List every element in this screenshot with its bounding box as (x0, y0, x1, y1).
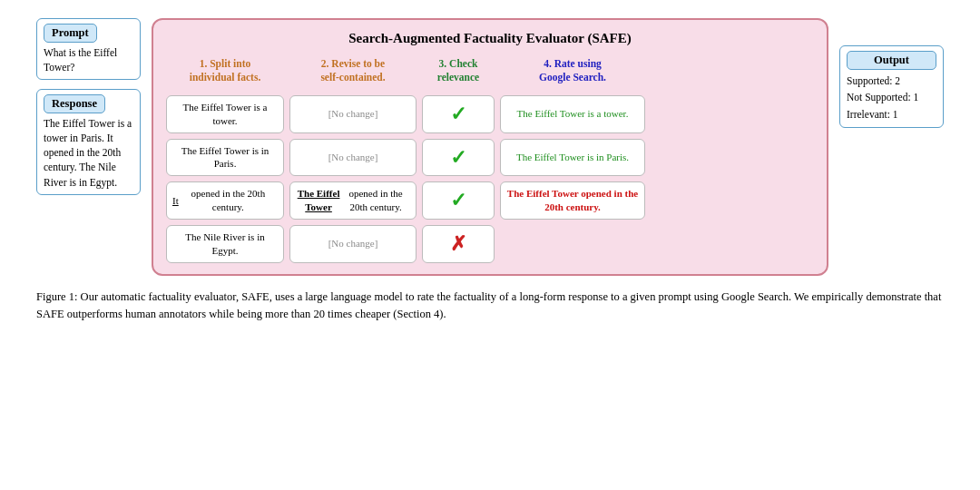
output-label: Output (847, 51, 936, 70)
output-box: Output Supported: 2 Not Supported: 1 Irr… (839, 45, 944, 128)
col-header-4: 4. Rate usingGoogle Search. (500, 55, 645, 90)
diagram-container: Prompt What is the Eiffel Tower? Respons… (36, 18, 944, 276)
prompt-box: Prompt What is the Eiffel Tower? (36, 18, 141, 80)
row3-col4: The Eiffel Tower opened in the 20th cent… (500, 181, 645, 220)
row4-col3: ✗ (422, 225, 495, 263)
row1-col2: [No change] (289, 95, 416, 133)
prompt-text: What is the Eiffel Tower? (44, 45, 133, 74)
safe-grid: 1. Split intoindividual facts. 2. Revise… (166, 55, 814, 263)
checkmark-row1: ✓ (450, 101, 466, 128)
row3-col3: ✓ (422, 181, 495, 220)
output-line-2: Not Supported: 1 (847, 89, 936, 105)
response-text: The Eiffel Tower is a tower in Paris. It… (44, 116, 133, 189)
response-label: Response (44, 94, 105, 113)
col-header-3: 3. Checkrelevance (422, 55, 495, 90)
output-text: Supported: 2 Not Supported: 1 Irrelevant… (847, 73, 936, 122)
right-panel: Output Supported: 2 Not Supported: 1 Irr… (839, 18, 944, 128)
row3-col2: The Eiffel Tower opened in the 20th cent… (289, 181, 416, 220)
left-panel: Prompt What is the Eiffel Tower? Respons… (36, 18, 141, 195)
row4-col1: The Nile River is in Egypt. (166, 225, 284, 263)
row2-col1: The Eiffel Tower is in Paris. (166, 139, 284, 177)
row1-col1: The Eiffel Tower is a tower. (166, 95, 284, 133)
row2-col3: ✓ (422, 139, 495, 177)
row2-col4: The Eiffel Tower is in Paris. (500, 139, 645, 177)
row1-col4: The Eiffel Tower is a tower. (500, 95, 645, 133)
output-line-3: Irrelevant: 1 (847, 106, 936, 122)
prompt-label: Prompt (44, 24, 97, 43)
checkmark-row2: ✓ (450, 144, 466, 172)
crossmark-row4: ✗ (450, 230, 466, 258)
row3-col1: It opened in the 20th century. (166, 181, 284, 220)
safe-box: Search-Augmented Factuality Evaluator (S… (152, 18, 828, 276)
checkmark-row3: ✓ (450, 187, 466, 214)
figure-caption: Figure 1: Our automatic factuality evalu… (36, 289, 944, 324)
row4-col2: [No change] (289, 225, 416, 263)
row1-col3: ✓ (422, 95, 495, 133)
row2-col2: [No change] (289, 139, 416, 177)
safe-title: Search-Augmented Factuality Evaluator (S… (166, 31, 814, 46)
output-line-1: Supported: 2 (847, 73, 936, 89)
col-header-1: 1. Split intoindividual facts. (166, 55, 284, 90)
col-header-2: 2. Revise to beself-contained. (289, 55, 416, 90)
row4-col4 (500, 225, 645, 263)
response-box: Response The Eiffel Tower is a tower in … (36, 89, 141, 194)
